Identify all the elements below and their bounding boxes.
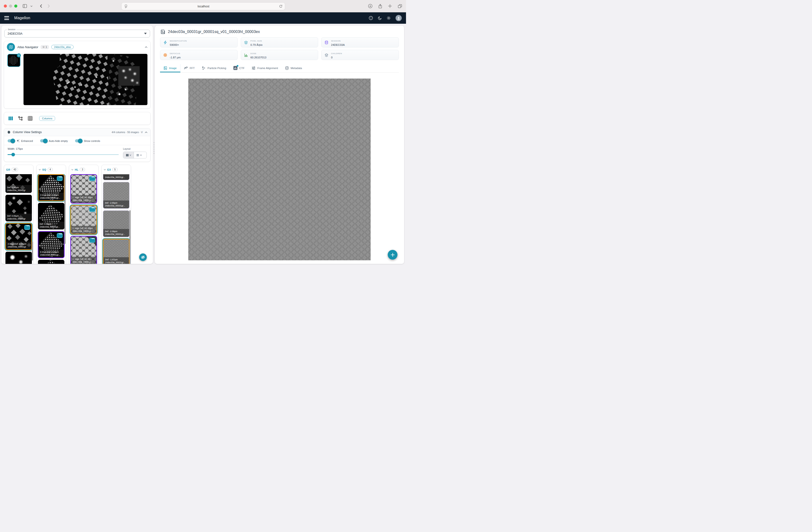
tab-ctf[interactable]: CTF (230, 64, 248, 72)
dose-chart-icon (244, 53, 248, 57)
chevron-down-icon[interactable] (71, 169, 73, 171)
gr-item-3-selected[interactable]: 4 Imgs Def: 0.00μm24dec03a_00031gr (5, 223, 32, 250)
gr-item-4[interactable] (5, 252, 32, 264)
hl-item-3[interactable]: 4 Imgs Def: -80.00...24dec03a_00031gr... (70, 236, 97, 264)
sq-item-2[interactable]: Def: 0.00μm24dec03a_00031gr... (38, 203, 64, 230)
dark-mode-icon[interactable] (378, 16, 382, 20)
atlas-collapse-icon[interactable] (145, 46, 147, 48)
column-view-icon[interactable] (8, 116, 13, 121)
downloads-icon[interactable] (368, 4, 373, 8)
tab-frame-alignment[interactable]: Frame Alignment (248, 64, 281, 72)
view-mode-toolbar: Columns (4, 112, 150, 125)
pixel-size-icon (244, 41, 248, 44)
atlas-navigator-title: Atlas Navigator (17, 45, 38, 49)
ex-item-1[interactable]: 24dec03a_00031gr... (103, 174, 130, 180)
chevron-down-icon[interactable] (104, 169, 106, 171)
show-controls-toggle[interactable]: Show controls (75, 139, 100, 142)
children-layers-icon (324, 53, 328, 57)
close-window-button[interactable] (4, 4, 7, 8)
sidebar-chevron-icon[interactable] (30, 5, 32, 7)
tab-fft[interactable]: FFT (180, 64, 198, 72)
toggle-switch[interactable] (75, 139, 82, 142)
ex-item-2[interactable]: Def: -2.00μm24dec03a_00031gr... (103, 182, 130, 209)
maximize-window-button[interactable] (14, 4, 17, 8)
folder-badge-icon (57, 176, 63, 181)
chevron-down-icon[interactable] (39, 169, 41, 171)
refresh-icon[interactable] (279, 4, 282, 8)
select-caret-icon (144, 33, 147, 34)
ex-item-3[interactable]: Def: -2.09μm24dec03a_00031gr... (103, 210, 130, 237)
slider-knob[interactable] (11, 153, 15, 157)
tree-view-icon[interactable] (18, 116, 23, 121)
settings-gear-icon-small (7, 130, 11, 134)
session-db-icon (324, 41, 328, 44)
forward-button[interactable] (47, 4, 50, 8)
menu-icon[interactable] (4, 16, 9, 20)
sq-item-1-selected[interactable]: 3 Imgs Def: 0.00μm24dec03a_00031gr... (38, 174, 64, 201)
share-icon[interactable] (378, 4, 382, 9)
columns-chip-button[interactable]: Columns (39, 116, 55, 121)
hl-item-2-selected[interactable]: 5 Imgs Def: -80.00μm24dec03a_00031gr... (70, 205, 97, 234)
column-hl: HL 3 2 Imgs Def: -80.00μm24dec03a_00031g… (69, 165, 99, 264)
micrograph-image[interactable] (188, 78, 371, 260)
column-sq: SQ 4 3 Imgs Def: 0.00μm24dec03a_00031gr.… (36, 165, 66, 264)
column-ex-list: 24dec03a_00031gr... Def: -2.00μm24dec03a… (102, 174, 131, 264)
folder-badge-icon (24, 225, 30, 230)
atlas-navigator-card: Atlas Navigator 1 24dec03a_atlas (4, 41, 150, 109)
column-sq-header[interactable]: SQ 4 (37, 165, 66, 174)
layout-horizontal-button[interactable]: H (134, 152, 144, 158)
column-hl-header[interactable]: HL 3 (69, 165, 98, 174)
gr-scrollbar[interactable] (32, 241, 33, 261)
ex-scrollbar[interactable] (129, 210, 131, 264)
enhanced-toggle[interactable]: Enhanced (8, 139, 33, 142)
settings-collapse-icon[interactable] (145, 131, 147, 133)
settings-gear-icon[interactable] (387, 16, 391, 20)
minimize-window-button[interactable] (9, 4, 12, 8)
column-gr-header[interactable]: GR 43 (4, 165, 33, 174)
tab-image[interactable]: Image (160, 64, 180, 72)
browser-chrome: localhost (0, 0, 406, 12)
sq-scrollbar[interactable] (64, 175, 66, 244)
session-select-label: Session (7, 28, 16, 31)
column-count-badge: 3 (80, 168, 85, 171)
gr-item-2[interactable]: Def: 0.00μm24dec03a_00005gr (5, 195, 32, 222)
help-icon[interactable]: ? (369, 16, 373, 20)
back-button[interactable] (40, 4, 42, 8)
toggle-switch[interactable] (40, 139, 47, 142)
sidebar-toggle-icon[interactable] (23, 4, 27, 8)
panel-resize-handle[interactable] (153, 26, 155, 264)
tab-particle-picking[interactable]: Particle Picking (198, 64, 230, 72)
new-tab-icon[interactable] (388, 4, 392, 8)
atlas-overview-image[interactable] (24, 54, 147, 105)
sq-item-4[interactable] (38, 260, 64, 264)
folder-badge-icon (89, 176, 95, 181)
grid-view-icon[interactable] (28, 116, 33, 121)
toggle-switch[interactable] (8, 139, 15, 142)
url-text: localhost (128, 5, 279, 8)
column-ex-header[interactable]: EX 5 (102, 165, 131, 174)
add-button[interactable] (388, 250, 397, 260)
image-columns: GR 43 Def: 0.00μm24dec03a_00042gr Def: 0… (4, 165, 150, 264)
auto-hide-toggle[interactable]: Auto-hide empty (40, 139, 68, 142)
atlas-name-chip[interactable]: 24dec03a_atlas (51, 45, 74, 49)
hide-controls-button[interactable] (139, 253, 147, 261)
tab-overview-icon[interactable] (398, 4, 402, 8)
reader-view-icon[interactable] (124, 4, 128, 8)
session-select[interactable]: Session 24DEC03A (4, 30, 150, 38)
ex-item-4-selected[interactable]: Def: -1.87μm24dec03a_00031gr... (103, 239, 130, 264)
session-select-value: 24DEC03A (8, 32, 23, 35)
sq-item-3[interactable]: 6 Imgs Def: 0.00μm24dec03a_00031gr... (38, 231, 64, 258)
metadata-cards: MAGNIFICATION59000× PIXEL SIZE0.79 Å/pix… (160, 37, 399, 60)
column-sq-list: 3 Imgs Def: 0.00μm24dec03a_00031gr... De… (37, 174, 66, 264)
meta-session: SESSION24DEC03A (321, 37, 399, 47)
hl-item-1[interactable]: 2 Imgs Def: -80.00μm24dec03a_00031gr... (70, 174, 97, 204)
address-bar[interactable]: localhost (121, 2, 285, 10)
ctf-badge-dot (237, 65, 238, 67)
atlas-thumbnail[interactable] (8, 54, 20, 67)
layout-vertical-button[interactable]: V (123, 152, 134, 158)
width-slider[interactable] (8, 153, 119, 156)
gr-item-1[interactable]: Def: 0.00μm24dec03a_00042gr (5, 174, 32, 193)
tab-metadata[interactable]: Metadata (281, 64, 306, 72)
atlas-count-badge: 1 (41, 45, 49, 49)
user-avatar[interactable] (395, 15, 402, 21)
